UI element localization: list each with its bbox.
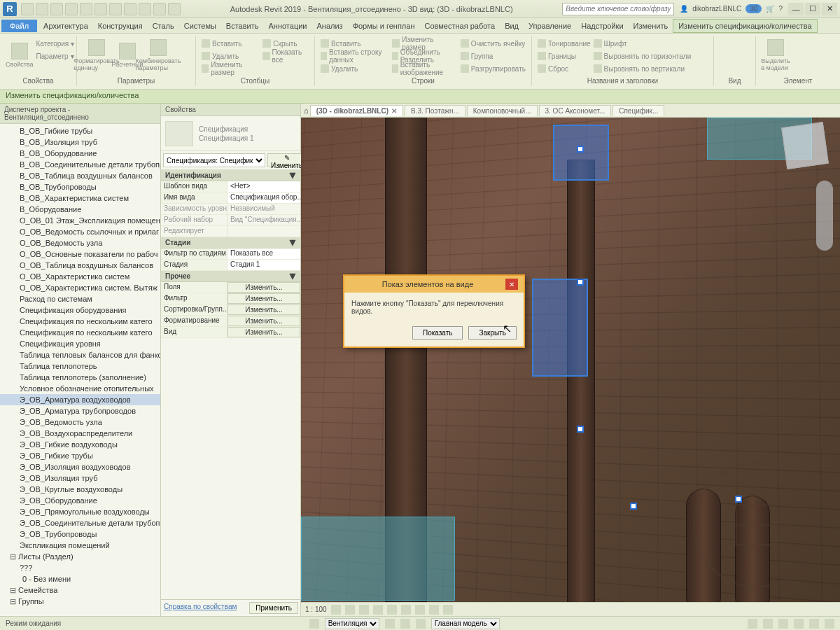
cart-icon[interactable]: 🛒 [766,5,774,13]
tree-item[interactable]: Расход по системам [0,293,160,304]
tree-item[interactable]: Таблица теплопотерь [0,360,160,372]
crop-icon[interactable] [387,605,397,615]
tree-item[interactable]: Э_ОВ_Воздухораспределители [0,428,160,439]
ribbon-insert-img[interactable]: Вставить изображение [392,63,458,74]
home-icon[interactable]: ⌂ [304,106,309,115]
tree-item[interactable]: Таблица теплопотерь (заполнение) [0,372,160,383]
ribbon-category-dropdown[interactable]: Категория ▾ [36,38,75,49]
file-menu[interactable]: Файл [1,20,37,32]
close-dialog-button[interactable]: Закрыть [468,326,517,340]
detail-level-icon[interactable] [331,605,341,615]
props-row[interactable]: Сортировка/Групп...Изменить... [161,304,300,316]
close-icon[interactable]: ✕ [391,107,397,115]
ribbon-clear-cell[interactable]: Очистить ячейку [461,38,526,49]
discipline-selector[interactable]: Вентиляция [325,618,379,629]
menu-item[interactable]: Вставить [221,20,264,32]
view-cube[interactable] [781,122,829,169]
qat-icon[interactable] [168,3,181,15]
tree-item[interactable]: Спецификация оборудования [0,304,160,316]
view-tab-active[interactable]: (3D - dikobrazLBNLC)✕ [310,105,403,116]
props-row[interactable]: ФорматированиеИзменить... [161,316,300,327]
apply-button[interactable]: Применить [249,602,298,614]
notification-badge[interactable]: 30 [746,4,762,13]
qat-icon[interactable] [153,3,166,15]
tree-item[interactable]: Группы [0,596,160,607]
tree-item[interactable]: О_ОВ_01 Этаж_Экспликация помещен [0,215,160,226]
menu-item[interactable]: Изменить [629,20,673,32]
duct-element[interactable] [735,496,770,602]
qat-icon[interactable] [124,3,136,15]
qat-icon[interactable] [94,3,107,15]
qat-icon[interactable] [80,3,92,15]
tree-item[interactable]: Э_ОВ_Прямоугольные воздуховоды [0,506,160,517]
ribbon-shading[interactable]: Тонирование [538,38,591,49]
tree-item[interactable]: Э_ОВ_Арматура трубопроводов [0,405,160,416]
duct-element[interactable] [567,160,595,602]
ribbon-highlight-model[interactable]: Выделить в модели [762,38,790,73]
selected-element[interactable] [532,279,588,377]
props-row[interactable]: ВидИзменить... [161,327,300,338]
crop-visible-icon[interactable] [401,605,411,615]
tree-item[interactable]: О_ОВ_Основные показатели по рабоч [0,248,160,260]
tree-item[interactable]: Спецификация по нескольким катего [0,316,160,327]
dialog-close-button[interactable]: ✕ [505,279,518,290]
selection-handle[interactable] [577,279,584,286]
tree-item[interactable]: В_ОВ_Характеристика систем [0,192,160,204]
ribbon-resize-col[interactable]: Изменить размер [202,63,260,74]
mep-element[interactable] [301,517,455,601]
close-button[interactable]: ✕ [822,3,837,15]
props-row[interactable]: Имя видаСпецификация обор... [161,192,300,204]
ribbon-delete-row[interactable]: Удалить [321,63,389,74]
ribbon-format-unit[interactable]: Форматировать единицу [83,38,111,73]
qat-icon[interactable] [109,3,122,15]
ribbon-font[interactable]: Шрифт [594,38,692,49]
tree-item[interactable]: Э_ОВ_Соединительные детали трубопр [0,517,160,528]
qat-icon[interactable] [36,3,48,15]
tree-item[interactable]: Семейства [0,584,160,596]
tree-item[interactable]: Э_ОВ_Трубопроводы [0,528,160,540]
edit-type-button[interactable]: ✎ Изменить тип [267,153,306,167]
tree-item[interactable]: О_ОВ_Характеристика систем [0,271,160,282]
select-face-icon[interactable] [794,619,804,629]
ribbon-showall-col[interactable]: Показать все [262,50,309,62]
sb-icon[interactable] [416,619,426,629]
tree-item[interactable]: В_ОВ_Таблица воздушных балансов [0,170,160,181]
filter-icon[interactable] [825,619,834,629]
ribbon-insert-col[interactable]: Вставить [202,38,260,49]
ribbon-parameter-dropdown[interactable]: Параметр ▾ [36,50,75,62]
view-tab[interactable]: 3. ОС Аксономет... [539,105,612,116]
props-row[interactable]: Рабочий наборВид "Спецификация... [161,215,300,226]
browser-tree[interactable]: В_ОВ_Гибкие трубыВ_ОВ_Изоляция трубВ_ОВ_… [0,124,160,616]
type-selector[interactable]: Спецификация: Специфик [163,153,265,167]
select-links-icon[interactable] [748,619,757,629]
menu-item[interactable]: Архитектура [38,20,93,32]
show-button[interactable]: Показать [412,326,463,340]
tree-item[interactable]: Таблица тепловых балансов для фанко [0,349,160,360]
ribbon-properties-button[interactable]: Свойства [6,38,34,73]
tree-item[interactable]: Э_ОВ_Гибкие воздуховоды [0,439,160,450]
tree-item[interactable]: Э_ОВ_Гибкие трубы [0,450,160,461]
tree-item[interactable]: В_ОВ_Трубопроводы [0,181,160,192]
drag-icon[interactable] [809,619,819,629]
tree-item[interactable]: 0 - Без имени [0,573,160,584]
tree-item[interactable]: Листы (Раздел) [0,551,160,562]
tree-item[interactable]: Э_ОВ_Ведомость узла [0,416,160,428]
selection-handle[interactable] [577,146,584,153]
duct-element[interactable] [686,489,721,602]
menu-item[interactable]: Совместная работа [419,20,500,32]
props-row[interactable]: СтадияСтадия 1 [161,260,300,271]
tree-item[interactable]: Спецификация по нескольким катего [0,327,160,338]
menu-item[interactable]: Формы и генплан [348,20,420,32]
minimize-button[interactable]: — [788,3,804,15]
sb-icon[interactable] [385,619,395,629]
tree-item[interactable]: В_ОВ_Соединительные детали трубопров [0,159,160,170]
props-row[interactable]: ФильтрИзменить... [161,293,300,304]
menu-item[interactable]: Аннотации [264,20,312,32]
tree-item[interactable]: О_ОВ_Ведомость узла [0,237,160,248]
tree-item[interactable]: Э_ОВ_Изоляция воздуховодов [0,461,160,472]
maximize-button[interactable]: ☐ [805,3,820,15]
help-icon[interactable]: ? [778,5,783,13]
tree-item[interactable]: Экспликация помещений [0,540,160,551]
ribbon-delete-col[interactable]: Удалить [202,50,260,62]
workset-icon[interactable] [309,619,319,629]
